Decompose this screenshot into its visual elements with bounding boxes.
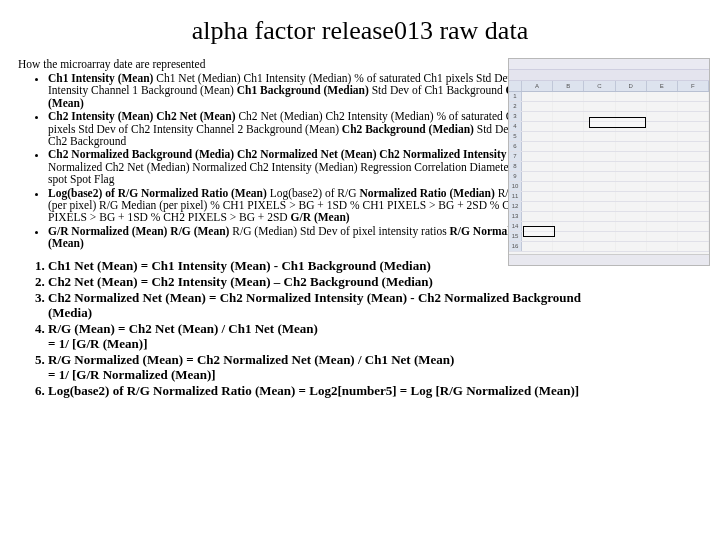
definition-item: Ch2 Normalized Net (Mean) = Ch2 Normaliz… (48, 290, 608, 320)
field-bullet: Log(base2) of R/G Normalized Ratio (Mean… (48, 187, 548, 224)
spreadsheet-thumbnail: ABCDEF 12345678910111213141516 (508, 58, 710, 266)
field-bullet: G/R Normalized (Mean) R/G (Mean) R/G (Me… (48, 225, 548, 250)
definitions-list: Ch1 Net (Mean) = Ch1 Intensity (Mean) - … (18, 258, 608, 399)
field-bullet: Ch2 Normalized Background (Media) Ch2 No… (48, 148, 548, 185)
definition-item: R/G Normalized (Mean) = Ch2 Normalized N… (48, 352, 608, 382)
definition-item: Ch2 Net (Mean) = Ch2 Intensity (Mean) – … (48, 274, 608, 289)
definition-item: Log(base2) of R/G Normalized Ratio (Mean… (48, 383, 608, 398)
definition-item: R/G (Mean) = Ch2 Net (Mean) / Ch1 Net (M… (48, 321, 608, 351)
field-bullet: Ch2 Intensity (Mean) Ch2 Net (Mean) Ch2 … (48, 110, 548, 147)
slide-title: alpha factor release013 raw data (18, 16, 702, 46)
field-bullets: Ch1 Intensity (Mean) Ch1 Net (Median) Ch… (18, 72, 548, 250)
field-bullet: Ch1 Intensity (Mean) Ch1 Net (Median) Ch… (48, 72, 548, 109)
